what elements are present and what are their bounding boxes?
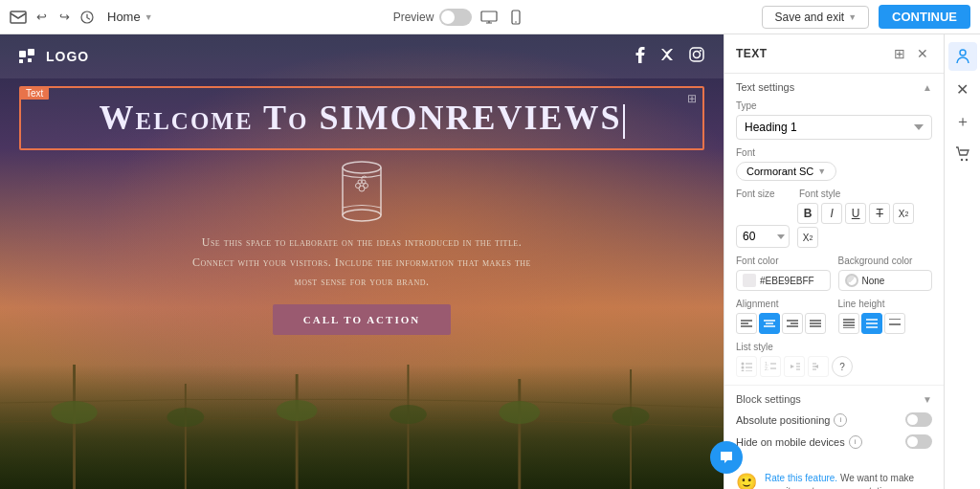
style-buttons: B I U T X2 X2: [797, 203, 932, 248]
desktop-icon[interactable]: [478, 6, 501, 29]
rate-feature-row: 🙂 Rate this feature. We want to make sur…: [724, 464, 944, 489]
type-select[interactable]: Heading 1 Heading 2 Heading 3 Paragraph: [736, 115, 932, 140]
svg-rect-2: [481, 11, 497, 21]
svg-point-57: [742, 367, 745, 369]
font-select-row: Cormorant SC ▼: [736, 162, 932, 181]
line-height-normal-button[interactable]: [861, 313, 882, 334]
list-style-row: 1.2. ?: [736, 356, 932, 377]
svg-rect-7: [28, 49, 34, 56]
text-settings-header[interactable]: Text settings ▲: [736, 81, 932, 93]
rate-feature-link[interactable]: Rate this feature.: [765, 473, 837, 483]
hide-mobile-row: Hide on mobile devices i: [736, 434, 932, 449]
twitter-x-icon[interactable]: [660, 48, 674, 65]
save-exit-button[interactable]: Save and exit ▼: [762, 6, 869, 29]
svg-point-10: [694, 52, 701, 58]
align-center-button[interactable]: [759, 313, 780, 334]
panel-header: TEXT ⊞ ✕: [724, 34, 944, 74]
main-heading[interactable]: Welcome To SIMONREVIEWS: [33, 98, 691, 139]
type-label: Type: [736, 100, 932, 111]
continue-button[interactable]: CONTINUE: [879, 5, 970, 29]
hide-mobile-info-icon[interactable]: i: [849, 435, 862, 449]
abs-positioning-label-row: Absolute positioning i: [736, 413, 847, 427]
list-outdent-button[interactable]: [808, 356, 829, 377]
mobile-icon[interactable]: [504, 6, 527, 29]
home-button[interactable]: Home ▼: [101, 8, 159, 26]
cta-button[interactable]: CALL TO ACTION: [273, 304, 451, 335]
home-chevron-icon: ▼: [145, 12, 153, 22]
svg-point-13: [343, 210, 381, 221]
history-icon[interactable]: [78, 9, 96, 26]
abs-positioning-toggle[interactable]: [905, 412, 932, 427]
underline-button[interactable]: U: [845, 203, 866, 224]
abs-positioning-row: Absolute positioning i: [736, 412, 932, 427]
list-ordered-button[interactable]: 1.2.: [760, 356, 781, 377]
font-size-select[interactable]: 60487236: [736, 225, 790, 248]
bold-button[interactable]: B: [797, 203, 818, 224]
font-size-label: Font size: [736, 189, 791, 199]
svg-point-20: [362, 180, 366, 184]
facebook-icon[interactable]: [635, 46, 645, 67]
svg-point-28: [51, 401, 97, 424]
preview-toggle[interactable]: [439, 9, 472, 26]
canvas-background: LOGO Text: [0, 34, 724, 489]
subscript-button[interactable]: X2: [893, 203, 914, 224]
list-indent-button[interactable]: [784, 356, 805, 377]
side-plus-icon[interactable]: ＋: [948, 107, 977, 136]
text-settings-section: Text settings ▲ Type Heading 1 Heading 2…: [724, 74, 944, 386]
barrel-icon: [333, 158, 390, 225]
font-picker[interactable]: Cormorant SC ▼: [736, 162, 836, 181]
hide-mobile-toggle[interactable]: [905, 434, 932, 449]
strikethrough-button[interactable]: T: [869, 203, 890, 224]
panel-close-icon[interactable]: ✕: [913, 44, 932, 63]
barrel-area: [19, 150, 704, 233]
panel-pin-icon[interactable]: ⊞: [890, 44, 909, 63]
hide-mobile-label-row: Hide on mobile devices i: [736, 435, 862, 449]
text-cursor: [623, 104, 625, 139]
cta-area: CALL TO ACTION: [19, 291, 704, 335]
list-unordered-button[interactable]: [736, 356, 757, 377]
logo-text: LOGO: [46, 49, 89, 64]
block-settings-label: Block settings: [736, 393, 801, 405]
list-info-button[interactable]: ?: [832, 356, 853, 377]
line-height-compact-button[interactable]: [838, 313, 859, 334]
side-cart-icon[interactable]: [948, 140, 977, 168]
redo-icon[interactable]: ↪: [56, 9, 73, 26]
line-height-loose-button[interactable]: [884, 313, 905, 334]
mail-icon: [10, 9, 27, 26]
undo-icon[interactable]: ↩: [33, 9, 50, 26]
topbar-center: Preview: [393, 6, 528, 29]
alignment-buttons: [736, 313, 831, 334]
home-label: Home: [107, 10, 141, 24]
chat-bubble[interactable]: [710, 441, 743, 474]
vineyard-overlay: [0, 365, 724, 489]
align-left-button[interactable]: [736, 313, 757, 334]
description-text: Use this space to elaborate on the ideas…: [113, 233, 611, 291]
device-icons: [478, 6, 527, 29]
edit-icon[interactable]: ⊞: [687, 92, 697, 105]
italic-button[interactable]: I: [821, 203, 842, 224]
svg-point-30: [277, 400, 318, 421]
preview-label: Preview: [393, 11, 434, 24]
svg-rect-8: [28, 58, 32, 62]
block-settings-header[interactable]: Block settings ▼: [736, 393, 932, 405]
bg-color-field: Background color None: [838, 248, 933, 291]
side-people-icon[interactable]: [948, 42, 977, 71]
superscript-button[interactable]: X2: [797, 227, 818, 248]
side-close-icon[interactable]: ✕: [948, 75, 977, 103]
text-block-selected[interactable]: Text ⊞ Welcome To SIMONREVIEWS: [19, 86, 704, 150]
main-layout: LOGO Text: [0, 34, 980, 489]
svg-rect-9: [690, 48, 703, 61]
abs-positioning-info-icon[interactable]: i: [834, 413, 847, 427]
svg-point-55: [742, 363, 745, 366]
faces-icon: 🙂: [736, 472, 757, 489]
font-color-picker[interactable]: #EBE9EBFF: [736, 270, 831, 291]
align-right-button[interactable]: [782, 313, 803, 334]
rate-text: Rate this feature. We want to make sure …: [765, 472, 932, 489]
text-settings-label: Text settings: [736, 81, 794, 93]
bg-color-picker[interactable]: None: [838, 270, 933, 291]
align-justify-button[interactable]: [805, 313, 826, 334]
svg-point-33: [612, 407, 650, 426]
block-chevron-icon: ▼: [923, 394, 932, 405]
instagram-icon[interactable]: [689, 47, 704, 66]
site-header: LOGO: [0, 34, 724, 78]
